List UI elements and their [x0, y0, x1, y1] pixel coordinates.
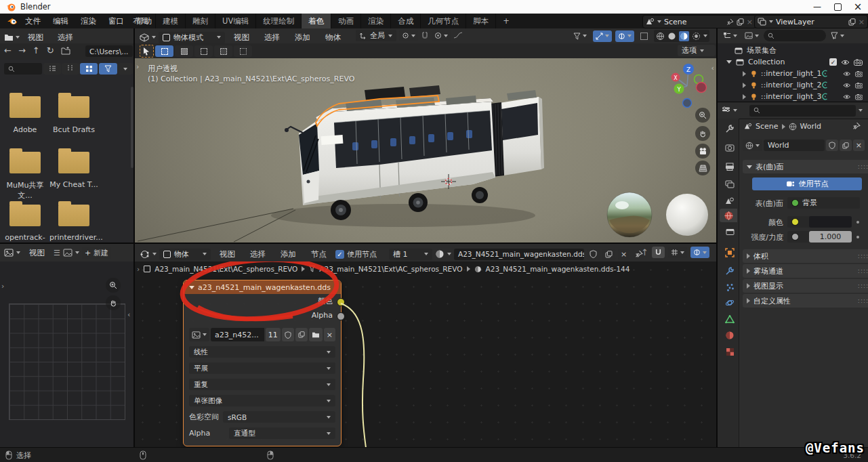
- minimize-button[interactable]: —: [807, 0, 827, 14]
- viewport-menu-object[interactable]: 物体: [319, 30, 347, 45]
- unlink-world-button[interactable]: ×: [853, 140, 865, 151]
- toolbar-expand-icon[interactable]: ›: [136, 62, 139, 71]
- editor-divider[interactable]: [717, 102, 868, 102]
- folder-label[interactable]: Bcut Drafts: [49, 125, 98, 134]
- proportional-falloff-icon[interactable]: [453, 32, 463, 39]
- proportional-editing-dropdown[interactable]: [432, 30, 451, 41]
- breadcrumb-world[interactable]: World: [800, 122, 822, 131]
- scene-selector[interactable]: Scene ×: [642, 15, 756, 28]
- menu-render[interactable]: 渲染: [75, 14, 102, 28]
- breadcrumb-expand-icon[interactable]: ›: [137, 265, 140, 273]
- gizmo-z-neg[interactable]: [683, 99, 692, 108]
- collection-checkbox[interactable]: ✓: [829, 58, 837, 66]
- image-texture-node[interactable]: a23_n4521_main_wagenkasten.dds 颜色 Alpha …: [183, 280, 342, 446]
- world-name-field[interactable]: World: [764, 140, 825, 151]
- unlink-material-button[interactable]: ×: [618, 249, 629, 260]
- shading-wireframe-icon[interactable]: [656, 32, 665, 41]
- region-expand-icon[interactable]: ›: [1, 282, 4, 291]
- pan-hand-button[interactable]: [106, 295, 121, 310]
- source-dropdown[interactable]: 单张图像: [189, 395, 335, 406]
- unlink-scene-icon[interactable]: ×: [747, 18, 753, 26]
- snap-magnet-icon[interactable]: [421, 32, 429, 40]
- viewlayer-selector[interactable]: ViewLayer ×: [754, 15, 868, 28]
- unlink-image-button[interactable]: ×: [324, 328, 335, 341]
- pin-icon[interactable]: [852, 122, 861, 130]
- transform-orientation-dropdown[interactable]: 全局: [356, 30, 396, 41]
- new-image-button[interactable]: +新建: [82, 247, 111, 259]
- display-vertical-list-button[interactable]: [43, 63, 61, 75]
- tab-layout[interactable]: 布局: [126, 14, 156, 28]
- tab-rendering[interactable]: 渲染: [361, 14, 391, 28]
- tab-uv-editing[interactable]: UV编辑: [215, 14, 256, 28]
- filebrowser-menu-select[interactable]: 选择: [51, 30, 79, 45]
- outliner-light-row[interactable]: ::interior_light_2: [717, 79, 868, 91]
- custom-properties-panel-header[interactable]: 自定义属性::::: [743, 294, 868, 308]
- viewport-display-panel-header[interactable]: 视图显示::::: [743, 279, 868, 293]
- properties-editor-icon[interactable]: [722, 106, 730, 114]
- material-browse-dropdown-icon[interactable]: [447, 253, 451, 255]
- folder-icon-printerdriver[interactable]: [58, 205, 89, 226]
- alpha-mode-dropdown[interactable]: 直通型: [229, 427, 335, 439]
- tab-modeling[interactable]: 建模: [156, 14, 186, 28]
- extension-dropdown[interactable]: 重复: [189, 379, 335, 390]
- editor-type-dropdown-icon[interactable]: [152, 36, 156, 39]
- menu-edit[interactable]: 编辑: [47, 14, 75, 28]
- zoom-button[interactable]: [106, 278, 121, 293]
- shading-options-dropdown-icon[interactable]: [703, 35, 707, 37]
- image-editor-icon[interactable]: [4, 249, 14, 257]
- node-header[interactable]: a23_n4521_main_wagenkasten.dds: [184, 280, 341, 294]
- render-camera-icon[interactable]: [855, 70, 863, 77]
- properties-options-dropdown-icon[interactable]: [859, 109, 863, 112]
- nav-refresh-icon[interactable]: ↻: [47, 45, 54, 56]
- folder-icon-bcut[interactable]: [58, 96, 89, 118]
- copy-world-button[interactable]: [840, 140, 852, 151]
- select-mode-invert-button[interactable]: [214, 45, 232, 57]
- fake-user-shield-button[interactable]: [282, 328, 294, 341]
- viewport-perspective-toggle-button[interactable]: [695, 161, 710, 175]
- editor-type-dropdown-icon[interactable]: [152, 253, 157, 255]
- image-browse-dropdown-icon[interactable]: [75, 251, 79, 254]
- filter-toggle-button[interactable]: [99, 63, 117, 75]
- tab-tool[interactable]: [722, 122, 737, 135]
- remove-viewlayer-icon[interactable]: ×: [859, 18, 865, 26]
- fake-user-shield-button[interactable]: [826, 140, 838, 151]
- surface-shader-dropdown[interactable]: 背景: [787, 197, 860, 209]
- go-parent-node-tree-icon[interactable]: ↑: [641, 247, 648, 257]
- new-viewlayer-copy-icon[interactable]: [848, 18, 856, 26]
- overlay-toggle-dropdown[interactable]: [690, 247, 709, 258]
- render-camera-icon[interactable]: [855, 82, 863, 89]
- outliner-light-row[interactable]: ::interior_light_1: [717, 68, 868, 79]
- tab-object-data[interactable]: [722, 312, 737, 326]
- render-camera-icon[interactable]: [854, 59, 863, 66]
- scene-name[interactable]: Scene: [664, 18, 724, 26]
- editor-type-dropdown-icon[interactable]: [733, 109, 737, 112]
- new-scene-copy-icon[interactable]: [737, 18, 744, 26]
- shader-type-dropdown[interactable]: 物体: [159, 249, 211, 260]
- shading-rendered-icon[interactable]: [692, 32, 701, 41]
- nav-back-icon[interactable]: ←: [4, 45, 12, 56]
- viewport-navigation-gizmo[interactable]: Z X Y: [671, 64, 707, 108]
- fake-user-shield-button[interactable]: [587, 249, 600, 260]
- viewport-menu-select[interactable]: 选择: [258, 30, 286, 45]
- shader-menu-view[interactable]: 视图: [213, 247, 241, 261]
- viewport-menu-view[interactable]: 视图: [228, 30, 255, 45]
- editor-divider[interactable]: [0, 243, 717, 244]
- image-datablock-icon[interactable]: [63, 249, 73, 257]
- tab-texture[interactable]: [722, 345, 737, 358]
- tab-output[interactable]: [722, 160, 737, 173]
- tab-object[interactable]: [722, 246, 737, 259]
- filebrowser-editor-icon[interactable]: [4, 33, 14, 41]
- viewport-menu-add[interactable]: 添加: [289, 30, 316, 45]
- image-name-field[interactable]: a23_n452...: [211, 328, 264, 341]
- shader-editor-icon[interactable]: [140, 250, 150, 259]
- tab-scripting[interactable]: 脚本: [466, 14, 496, 28]
- copy-image-button[interactable]: [295, 328, 308, 341]
- folder-label[interactable]: MuMu共享文...: [1, 180, 49, 201]
- pin-icon[interactable]: [726, 18, 734, 26]
- shading-solid-icon[interactable]: [667, 32, 676, 41]
- editor-type-dropdown-icon[interactable]: [16, 36, 20, 39]
- outliner-light-row[interactable]: ::interior_light_3: [717, 91, 868, 102]
- use-nodes-button[interactable]: 使用节点: [752, 177, 862, 190]
- viewlayer-dropdown-icon[interactable]: [769, 20, 773, 23]
- outliner-sync-dropdown[interactable]: [742, 30, 762, 41]
